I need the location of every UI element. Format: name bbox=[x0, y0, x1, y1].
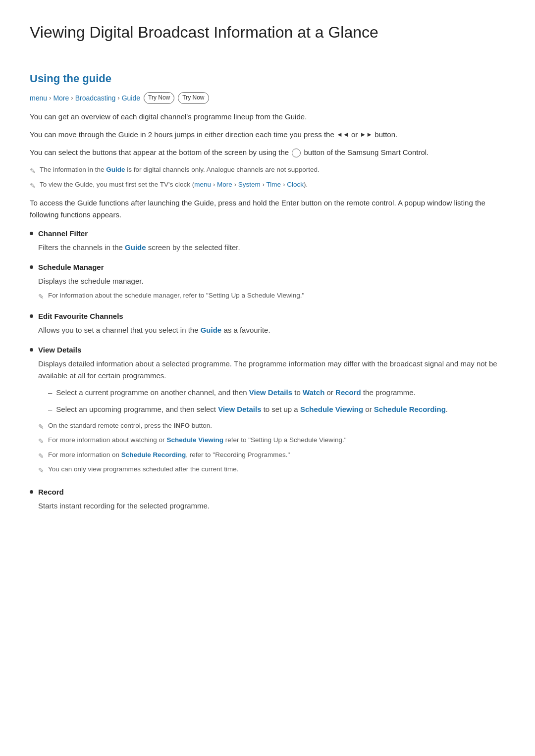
schedule-recording-link-note[interactable]: Schedule Recording bbox=[121, 451, 186, 458]
channel-filter-desc: Filters the channels in the Guide screen… bbox=[38, 242, 505, 253]
note-icon-2: ✎ bbox=[30, 180, 36, 191]
menu-link-note2[interactable]: menu bbox=[194, 181, 211, 188]
bullet-content-1: Channel Filter Filters the channels in t… bbox=[38, 228, 505, 253]
bullet-dot-3 bbox=[30, 314, 33, 318]
breadcrumb-sep-3: › bbox=[117, 93, 119, 103]
bullet-content-2: Schedule Manager Displays the schedule m… bbox=[38, 261, 505, 302]
bullet-dot-5 bbox=[30, 490, 33, 494]
clock-link-note2[interactable]: Clock bbox=[287, 181, 304, 188]
note-icon-vd2: ✎ bbox=[38, 436, 44, 447]
bullet-dot-4 bbox=[30, 348, 33, 352]
note-icon-1: ✎ bbox=[30, 165, 36, 176]
guide-link-cf[interactable]: Guide bbox=[125, 243, 146, 252]
schedule-manager-note: ✎ For information about the schedule man… bbox=[38, 290, 505, 302]
time-link-note2[interactable]: Time bbox=[267, 181, 281, 188]
intro-para-4: To access the Guide functions after laun… bbox=[30, 197, 505, 221]
dash-list-vd: – Select a current programme on another … bbox=[48, 387, 505, 415]
schedule-manager-label: Schedule Manager bbox=[38, 261, 505, 273]
schedule-viewing-link-note[interactable]: Schedule Viewing bbox=[166, 436, 223, 444]
bullet-content-3: Edit Favourite Channels Allows you to se… bbox=[38, 310, 505, 336]
intro-para-1: You can get an overview of each digital … bbox=[30, 111, 505, 123]
guide-link-note1[interactable]: Guide bbox=[106, 166, 125, 173]
sub-note-vd-3: ✎ For more information on Schedule Recor… bbox=[38, 450, 505, 461]
sub-note-vd-2: ✎ For more information about watching or… bbox=[38, 435, 505, 447]
list-item-edit-fav: Edit Favourite Channels Allows you to se… bbox=[30, 310, 505, 336]
note-item-2: ✎ To view the Guide, you must first set … bbox=[30, 179, 505, 191]
note-icon-vd4: ✎ bbox=[38, 465, 44, 476]
schedule-viewing-link[interactable]: Schedule Viewing bbox=[300, 405, 363, 413]
more-link-note2[interactable]: More bbox=[217, 181, 232, 188]
breadcrumb-sep-2: › bbox=[71, 93, 73, 103]
watch-link[interactable]: Watch bbox=[303, 388, 324, 397]
sub-note-vd-text-1: On the standard remote control, press th… bbox=[48, 420, 212, 431]
note-text-2: To view the Guide, you must first set th… bbox=[40, 179, 308, 190]
edit-fav-desc: Allows you to set a channel that you sel… bbox=[38, 324, 505, 336]
schedule-manager-note-text: For information about the schedule manag… bbox=[48, 290, 304, 301]
note-icon-sm: ✎ bbox=[38, 291, 44, 302]
breadcrumb-broadcasting[interactable]: Broadcasting bbox=[75, 93, 116, 103]
page-title: Viewing Digital Broadcast Information at… bbox=[30, 20, 505, 50]
record-label: Record bbox=[38, 486, 505, 498]
dash-sym-1: – bbox=[48, 387, 52, 399]
channel-filter-label: Channel Filter bbox=[38, 228, 505, 240]
bullet-dot-2 bbox=[30, 265, 33, 269]
sub-note-vd-text-2: For more information about watching or S… bbox=[48, 435, 347, 446]
view-details-link-1[interactable]: View Details bbox=[249, 388, 292, 397]
system-link-note2[interactable]: System bbox=[238, 181, 261, 188]
view-details-label: View Details bbox=[38, 344, 505, 356]
breadcrumb-sep-1: › bbox=[49, 93, 51, 103]
try-now-badge-2[interactable]: Try Now bbox=[178, 92, 209, 103]
dash-sym-2: – bbox=[48, 403, 52, 415]
note-icon-vd1: ✎ bbox=[38, 421, 44, 432]
try-now-badge-1[interactable]: Try Now bbox=[144, 92, 174, 103]
view-details-desc: Displays detailed information about a se… bbox=[38, 358, 505, 382]
intro-para-2: You can move through the Guide in 2 hour… bbox=[30, 129, 505, 141]
record-link-1[interactable]: Record bbox=[335, 388, 361, 397]
rewind-icon: ◄◄ bbox=[336, 130, 349, 140]
breadcrumb-guide[interactable]: Guide bbox=[122, 93, 140, 103]
bullet-list: Channel Filter Filters the channels in t… bbox=[30, 228, 505, 512]
sub-note-vd-1: ✎ On the standard remote control, press … bbox=[38, 420, 505, 432]
schedule-manager-desc: Displays the schedule manager. bbox=[38, 275, 505, 287]
or-text: or bbox=[351, 130, 360, 139]
note-icon-vd3: ✎ bbox=[38, 451, 44, 461]
bullet-content-4: View Details Displays detailed informati… bbox=[38, 344, 505, 479]
breadcrumb: menu › More › Broadcasting › Guide Try N… bbox=[30, 92, 505, 103]
breadcrumb-menu[interactable]: menu bbox=[30, 93, 47, 103]
bullet-content-5: Record Starts instant recording for the … bbox=[38, 486, 505, 512]
sub-note-vd-4: ✎ You can only view programmes scheduled… bbox=[38, 464, 505, 476]
dash-content-1: Select a current programme on another ch… bbox=[56, 387, 505, 399]
breadcrumb-more[interactable]: More bbox=[53, 93, 69, 103]
list-item-channel-filter: Channel Filter Filters the channels in t… bbox=[30, 228, 505, 253]
list-item-view-details: View Details Displays detailed informati… bbox=[30, 344, 505, 479]
dash-item-1: – Select a current programme on another … bbox=[48, 387, 505, 399]
guide-link-efc[interactable]: Guide bbox=[201, 326, 222, 334]
note-text-1: The information in the Guide is for digi… bbox=[40, 164, 320, 175]
sub-notes-vd: ✎ On the standard remote control, press … bbox=[38, 420, 505, 476]
using-the-guide-section: Using the guide menu › More › Broadcasti… bbox=[30, 70, 505, 512]
sub-note-vd-text-4: You can only view programmes scheduled a… bbox=[48, 464, 238, 475]
schedule-recording-link[interactable]: Schedule Recording bbox=[374, 405, 446, 413]
note-item-1: ✎ The information in the Guide is for di… bbox=[30, 164, 505, 176]
list-item-record: Record Starts instant recording for the … bbox=[30, 486, 505, 512]
dash-item-2: – Select an upcoming programme, and then… bbox=[48, 403, 505, 415]
section-heading: Using the guide bbox=[30, 70, 505, 87]
bullet-dot-1 bbox=[30, 232, 33, 235]
notes-list: ✎ The information in the Guide is for di… bbox=[30, 164, 505, 192]
dash-content-2: Select an upcoming programme, and then s… bbox=[56, 403, 505, 415]
circle-button-icon bbox=[292, 149, 301, 157]
sub-note-vd-text-3: For more information on Schedule Recordi… bbox=[48, 450, 290, 460]
list-item-schedule-manager: Schedule Manager Displays the schedule m… bbox=[30, 261, 505, 302]
fastforward-icon: ►► bbox=[360, 130, 373, 140]
edit-fav-label: Edit Favourite Channels bbox=[38, 310, 505, 322]
intro-para-3: You can select the buttons that appear a… bbox=[30, 147, 505, 158]
view-details-link-2[interactable]: View Details bbox=[218, 405, 261, 413]
record-desc: Starts instant recording for the selecte… bbox=[38, 500, 505, 512]
